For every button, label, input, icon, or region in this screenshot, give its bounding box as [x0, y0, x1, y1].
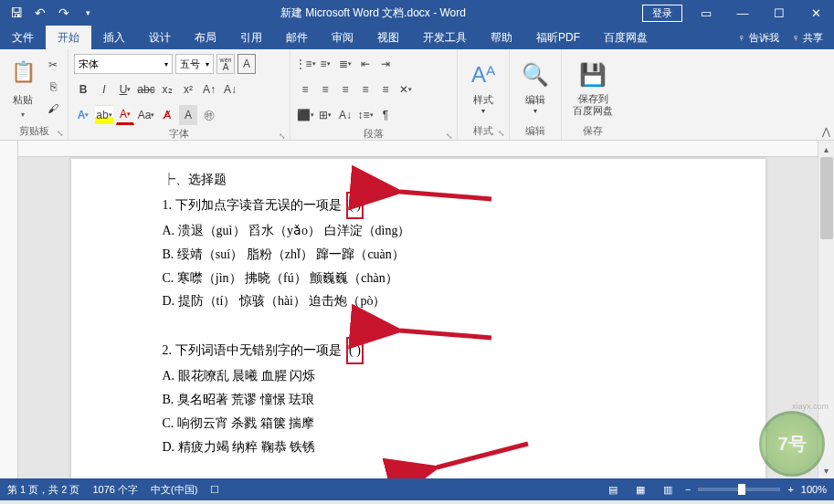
scroll-down-icon[interactable]: ▾	[818, 462, 834, 478]
tab-baidu[interactable]: 百度网盘	[592, 26, 660, 49]
group-label-paragraph: 段落	[364, 128, 384, 139]
tab-insert[interactable]: 插入	[91, 26, 137, 49]
tab-layout[interactable]: 布局	[183, 26, 228, 49]
tab-home[interactable]: 开始	[46, 26, 91, 49]
highlight-icon[interactable]: ab▾	[95, 105, 113, 125]
font-size-select[interactable]: 五号▾	[175, 54, 214, 74]
close-icon[interactable]: ✕	[797, 0, 834, 26]
read-mode-icon[interactable]: ▤	[603, 481, 623, 498]
font-name-select[interactable]: 宋体▾	[74, 54, 173, 74]
share-button[interactable]: ♀共享	[792, 31, 823, 45]
distribute-icon[interactable]: ≡	[376, 79, 395, 100]
styles-icon: Aᴬ	[471, 57, 495, 93]
justify-icon[interactable]: ≡	[356, 79, 375, 100]
tab-mailings[interactable]: 邮件	[274, 26, 320, 49]
bold-icon[interactable]: B	[74, 79, 92, 100]
enclose-char-icon[interactable]: ㊕	[200, 105, 218, 125]
zoom-in-icon[interactable]: +	[787, 484, 793, 495]
scrollbar-track[interactable]	[818, 157, 834, 462]
cut-icon[interactable]: ✂	[44, 55, 62, 75]
input-mode-icon[interactable]: ☐	[210, 484, 219, 496]
line-spacing-icon[interactable]: ↕≡▾	[356, 105, 375, 125]
paste-button[interactable]: 📋 粘贴 ▾	[5, 53, 40, 121]
strikethrough-icon[interactable]: abc	[137, 79, 155, 100]
align-left-icon[interactable]: ≡	[296, 79, 314, 100]
group-label-editing: 编辑	[515, 123, 555, 138]
tab-file[interactable]: 文件	[0, 26, 46, 49]
save-baidu-button[interactable]: 💾 保存到 百度网盘	[567, 53, 618, 123]
borders-icon[interactable]: ⊞▾	[316, 105, 334, 125]
font-color-icon[interactable]: A▾	[116, 105, 134, 125]
superscript-icon[interactable]: x²	[179, 79, 197, 100]
format-painter-icon[interactable]: 🖌	[44, 99, 62, 119]
tell-me[interactable]: ♀告诉我	[738, 31, 779, 45]
zoom-level[interactable]: 100%	[801, 484, 827, 495]
subscript-icon[interactable]: x₂	[158, 79, 176, 100]
tab-help[interactable]: 帮助	[479, 26, 524, 49]
italic-icon[interactable]: I	[95, 79, 113, 100]
redo-icon[interactable]: ↷	[55, 4, 73, 22]
qat-dropdown-icon[interactable]: ▾	[79, 4, 97, 22]
asian-layout-icon[interactable]: ✕▾	[396, 79, 415, 100]
tab-view[interactable]: 视图	[365, 26, 411, 49]
launcher-icon[interactable]: ⤡	[57, 129, 64, 138]
group-font: 宋体▾ 五号▾ wénA A B I U▾ abc x₂ x² A↑ A↓ A▾…	[69, 49, 290, 140]
bullets-icon[interactable]: ⋮≡▾	[296, 54, 314, 74]
char-shading-icon[interactable]: A	[179, 105, 197, 125]
numbering-icon[interactable]: ≡▾	[316, 54, 334, 74]
print-layout-icon[interactable]: ▦	[630, 481, 650, 498]
undo-icon[interactable]: ↶	[31, 4, 49, 22]
grow-font-icon[interactable]: A↑	[200, 79, 218, 100]
sort-icon[interactable]: A↓	[336, 105, 354, 125]
maximize-icon[interactable]: ☐	[761, 0, 797, 26]
language-status[interactable]: 中文(中国)	[151, 483, 197, 497]
increase-indent-icon[interactable]: ⇥	[376, 54, 395, 74]
document-page[interactable]: ┝、选择题 1. 下列加点字读音无误的一项是 ( ) A. 溃退（guì） 舀水…	[71, 159, 765, 478]
status-bar: 第 1 页，共 2 页 1076 个字 中文(中国) ☐ ▤ ▦ ▥ − + 1…	[0, 478, 834, 500]
align-center-icon[interactable]: ≡	[316, 79, 334, 100]
q1-option-b: B. 绥靖（suí） 脂粉（zhǐ） 蹿一蹿（cuàn）	[163, 243, 692, 267]
decrease-indent-icon[interactable]: ⇤	[356, 54, 375, 74]
tab-review[interactable]: 审阅	[320, 26, 365, 49]
group-label-font: 字体	[169, 128, 189, 139]
group-label-styles: 样式	[473, 125, 493, 136]
text-effects-icon[interactable]: A▾	[74, 105, 92, 125]
copy-icon[interactable]: ⎘	[44, 77, 62, 97]
tab-developer[interactable]: 开发工具	[411, 26, 479, 49]
phonetic-guide-icon[interactable]: wénA	[216, 54, 235, 74]
web-layout-icon[interactable]: ▥	[658, 481, 678, 498]
underline-icon[interactable]: U▾	[116, 79, 134, 100]
page-number-status[interactable]: 第 1 页，共 2 页	[7, 483, 79, 497]
launcher-icon[interactable]: ⤡	[279, 131, 286, 141]
scrollbar-thumb[interactable]	[820, 157, 833, 239]
save-icon[interactable]: 🖫	[7, 4, 26, 22]
launcher-icon[interactable]: ⤡	[498, 129, 505, 138]
vertical-scrollbar[interactable]: ▴ ▾	[818, 141, 834, 478]
clear-format-icon[interactable]: A̸	[158, 105, 176, 125]
tab-references[interactable]: 引用	[228, 26, 274, 49]
ribbon-display-icon[interactable]: ▭	[688, 0, 724, 26]
tab-design[interactable]: 设计	[137, 26, 183, 49]
multilevel-icon[interactable]: ≣▾	[336, 54, 354, 74]
launcher-icon[interactable]: ⤡	[446, 131, 453, 141]
char-border-icon[interactable]: A	[238, 54, 256, 74]
styles-button[interactable]: Aᴬ 样式 ▾	[463, 53, 503, 123]
shading-icon[interactable]: ⬛▾	[296, 105, 314, 125]
align-right-icon[interactable]: ≡	[336, 79, 354, 100]
zoom-thumb[interactable]	[738, 484, 745, 495]
zoom-slider[interactable]	[698, 488, 780, 491]
show-marks-icon[interactable]: ¶	[376, 105, 395, 125]
horizontal-ruler[interactable]	[18, 141, 818, 157]
find-button[interactable]: 🔍 编辑 ▾	[515, 53, 555, 123]
shrink-font-icon[interactable]: A↓	[221, 79, 239, 100]
zoom-out-icon[interactable]: −	[685, 484, 691, 495]
change-case-icon[interactable]: Aa▾	[137, 105, 155, 125]
scroll-up-icon[interactable]: ▴	[818, 141, 834, 157]
tab-foxit[interactable]: 福昕PDF	[524, 26, 592, 49]
word-count-status[interactable]: 1076 个字	[92, 483, 138, 497]
group-paragraph: ⋮≡▾ ≡▾ ≣▾ ⇤ ⇥ ≡ ≡ ≡ ≡ ≡ ✕▾ ⬛▾ ⊞▾ A↓ ↕≡▾ …	[290, 49, 458, 140]
login-button[interactable]: 登录	[642, 5, 682, 22]
collapse-ribbon-icon[interactable]: ⋀	[822, 126, 830, 138]
minimize-icon[interactable]: —	[724, 0, 761, 26]
vertical-ruler[interactable]	[0, 141, 18, 478]
